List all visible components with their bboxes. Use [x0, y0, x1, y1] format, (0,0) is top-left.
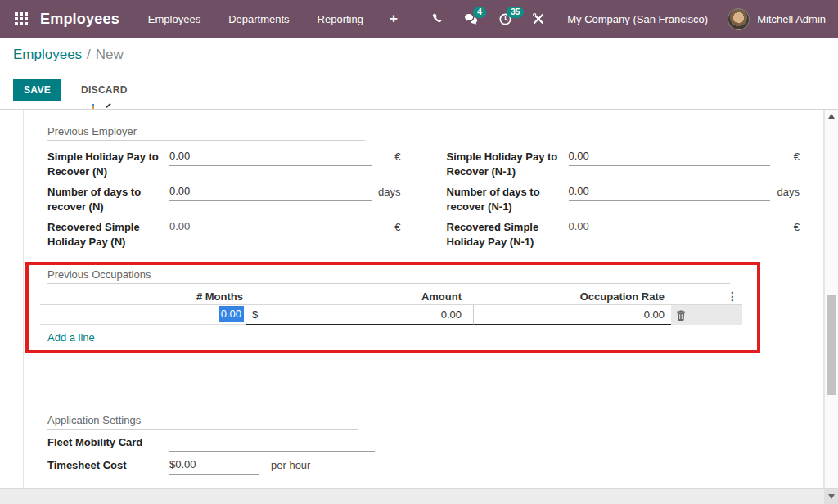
field-row: Number of days to recover (N) 0.00 days	[47, 185, 401, 220]
section-title-application-settings: Application Settings	[47, 414, 800, 426]
scrollbar-thumb[interactable]	[827, 295, 836, 395]
field-label: Number of days to recover (N)	[47, 185, 169, 214]
column-header-amount[interactable]: Amount	[246, 290, 473, 303]
field-row: Recovered Simple Holiday Pay (N-1) 0.00 …	[447, 220, 800, 255]
menu-departments[interactable]: Departments	[214, 2, 303, 37]
plus-icon[interactable]: +	[377, 1, 410, 37]
avatar	[728, 8, 750, 30]
debug-tools-icon[interactable]	[531, 11, 546, 26]
section-title-previous-employer: Previous Employer	[47, 125, 800, 137]
scroll-up-icon[interactable]	[828, 114, 835, 119]
optional-columns-icon[interactable]: ⋮	[671, 290, 742, 303]
column-header-occupation-rate[interactable]: Occupation Rate	[473, 290, 671, 303]
days-to-recover-n1-input[interactable]: 0.00	[569, 185, 771, 201]
amount-cell[interactable]: $ 0.00	[246, 305, 473, 325]
activities-badge: 35	[507, 7, 524, 18]
phone-icon[interactable]	[430, 11, 445, 26]
user-name: Mitchell Admin	[757, 13, 826, 25]
field-row: Simple Holiday Pay to Recover (N) 0.00 €	[47, 150, 401, 185]
discard-button[interactable]: DISCARD	[74, 79, 135, 101]
odoo-employees-form: Employees Employees Departments Reportin…	[0, 0, 838, 504]
top-menu: Employees Departments Reporting	[134, 2, 377, 37]
section-separator	[47, 429, 358, 430]
unit-suffix: days	[372, 185, 401, 198]
vertical-scrollbar[interactable]	[824, 110, 838, 488]
save-button[interactable]: SAVE	[13, 79, 61, 101]
delete-row-button[interactable]	[671, 305, 742, 325]
recovered-pay-n-value: 0.00	[169, 220, 372, 236]
breadcrumb: Employees / New	[0, 38, 838, 72]
field-label: Timesheet Cost	[47, 458, 169, 471]
currency-suffix: €	[770, 220, 800, 233]
amount-value: 0.00	[441, 308, 462, 321]
app-title[interactable]: Employees	[40, 11, 119, 28]
fleet-mobility-card-input[interactable]	[169, 435, 375, 452]
clipped-text-fragment	[92, 104, 94, 109]
table-header-row: # Months Amount Occupation Rate ⋮	[40, 288, 742, 305]
table-row: 0.00 $ 0.00 0.00	[40, 305, 742, 325]
company-switcher[interactable]: My Company (San Francisco)	[567, 13, 708, 25]
previous-employer-left-col: Simple Holiday Pay to Recover (N) 0.00 €…	[47, 150, 401, 255]
messages-icon[interactable]: 4	[464, 11, 479, 26]
simple-holiday-pay-n-input[interactable]: 0.00	[169, 150, 372, 166]
section-separator	[47, 283, 730, 284]
messages-badge: 4	[473, 7, 486, 18]
form-action-bar: SAVE DISCARD	[0, 75, 838, 105]
form-sheet: Previous Employer Simple Holiday Pay to …	[23, 110, 824, 488]
previous-occupations-table: # Months Amount Occupation Rate ⋮ 0.00 $…	[40, 288, 742, 325]
currency-suffix: €	[372, 150, 401, 163]
field-row: Fleet Mobility Card	[47, 435, 800, 458]
occupation-rate-cell[interactable]: 0.00	[473, 305, 671, 325]
breadcrumb-employees[interactable]: Employees	[13, 47, 82, 63]
field-row: Simple Holiday Pay to Recover (N-1) 0.00…	[447, 150, 800, 185]
section-separator	[47, 140, 365, 141]
page-bottom-strip	[0, 488, 838, 504]
recovered-pay-n1-value: 0.00	[569, 220, 771, 236]
scroll-down-icon[interactable]	[824, 489, 838, 504]
breadcrumb-separator: /	[87, 47, 91, 63]
column-header-months[interactable]: # Months	[40, 290, 246, 303]
months-cell[interactable]: 0.00	[40, 305, 246, 325]
activities-icon[interactable]: 35	[498, 11, 512, 26]
add-a-line-link[interactable]: Add a line	[47, 331, 757, 344]
timesheet-cost-input[interactable]: $0.00	[169, 458, 259, 475]
previous-employer-fields: Simple Holiday Pay to Recover (N) 0.00 €…	[47, 150, 800, 255]
field-row: Timesheet Cost $0.00 per hour	[47, 458, 800, 481]
field-label: Simple Holiday Pay to Recover (N-1)	[447, 150, 569, 178]
simple-holiday-pay-n1-input[interactable]: 0.00	[569, 150, 771, 166]
menu-reporting[interactable]: Reporting	[304, 2, 377, 37]
section-title-previous-occupations: Previous Occupations	[47, 268, 757, 281]
previous-occupations-highlight-box: Previous Occupations # Months Amount Occ…	[25, 262, 760, 353]
field-label: Recovered Simple Holiday Pay (N)	[47, 220, 169, 249]
menu-employees[interactable]: Employees	[134, 2, 214, 37]
currency-suffix: €	[372, 220, 401, 233]
apps-grid-icon[interactable]	[15, 12, 28, 25]
application-settings-fields: Fleet Mobility Card Timesheet Cost $0.00…	[47, 435, 800, 481]
unit-suffix: per hour	[271, 458, 800, 471]
selected-text: 0.00	[219, 306, 244, 322]
field-label: Recovered Simple Holiday Pay (N-1)	[447, 220, 569, 249]
unit-suffix: days	[770, 185, 800, 198]
systray: 4 35	[430, 11, 546, 26]
field-label: Number of days to recover (N-1)	[447, 185, 569, 214]
trash-icon	[676, 310, 686, 321]
field-label: Fleet Mobility Card	[47, 435, 169, 448]
field-label: Simple Holiday Pay to Recover (N)	[47, 150, 169, 178]
breadcrumb-current: New	[96, 47, 124, 63]
field-row: Number of days to recover (N-1) 0.00 day…	[447, 185, 800, 220]
field-row: Recovered Simple Holiday Pay (N) 0.00 €	[47, 220, 401, 255]
currency-suffix: €	[770, 150, 800, 163]
top-navbar: Employees Employees Departments Reportin…	[0, 0, 838, 38]
days-to-recover-n-input[interactable]: 0.00	[169, 185, 372, 201]
currency-symbol: $	[252, 308, 258, 321]
user-menu[interactable]: Mitchell Admin	[728, 8, 838, 30]
previous-employer-right-col: Simple Holiday Pay to Recover (N-1) 0.00…	[447, 150, 800, 255]
